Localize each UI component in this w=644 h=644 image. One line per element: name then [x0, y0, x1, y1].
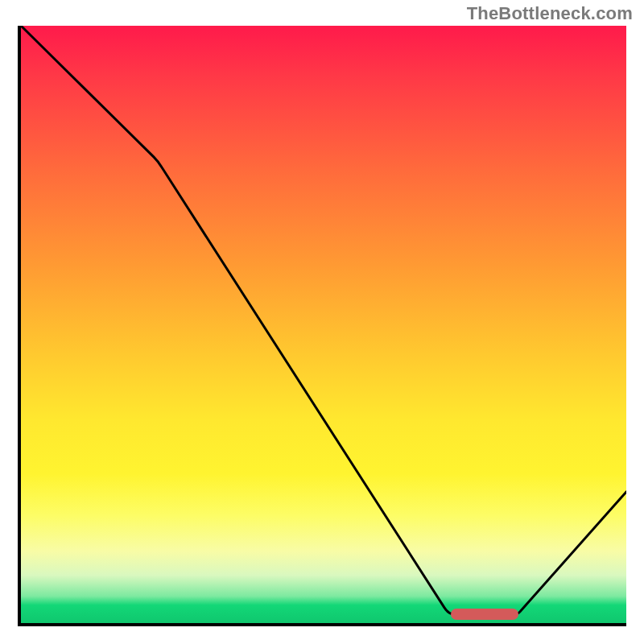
plot-area: [18, 26, 626, 626]
bottleneck-curve: [21, 26, 626, 623]
curve-path: [21, 26, 626, 615]
optimal-range-marker: [451, 609, 518, 620]
attribution-label: TheBottleneck.com: [467, 3, 633, 24]
chart-stage: TheBottleneck.com: [0, 0, 644, 644]
